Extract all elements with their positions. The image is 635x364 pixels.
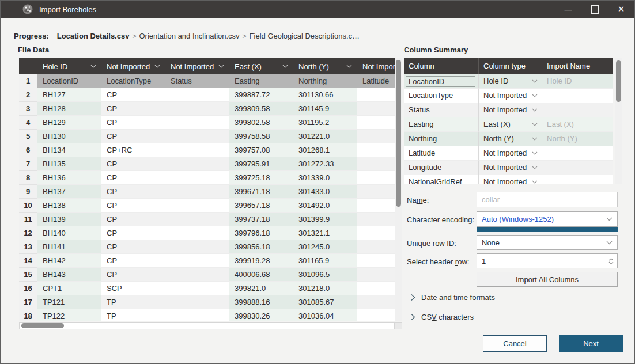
file-data-cell[interactable] bbox=[165, 130, 229, 143]
file-data-cell[interactable]: 399830.26 bbox=[229, 309, 293, 321]
scrollbar-thumb[interactable] bbox=[21, 323, 64, 328]
file-data-cell[interactable] bbox=[357, 226, 395, 240]
file-data-cell[interactable] bbox=[165, 295, 229, 309]
file-data-column-header[interactable]: Not Imported bbox=[165, 58, 229, 74]
file-data-cell[interactable]: BH134 bbox=[37, 143, 101, 157]
file-data-cell[interactable]: CP bbox=[101, 157, 165, 171]
file-data-cell[interactable]: BH136 bbox=[37, 171, 101, 185]
file-data-cell[interactable]: 301433.0 bbox=[293, 185, 357, 199]
file-data-column-header[interactable]: East (X) bbox=[229, 58, 293, 74]
file-data-cell[interactable]: 301165.9 bbox=[293, 254, 357, 268]
file-data-cell[interactable]: 399758.58 bbox=[229, 130, 293, 143]
row-number-cell[interactable]: 18 bbox=[19, 309, 37, 321]
row-number-cell[interactable]: 2 bbox=[19, 88, 37, 102]
file-data-cell[interactable]: TP122 bbox=[37, 309, 101, 321]
file-data-cell[interactable]: Status bbox=[165, 74, 229, 88]
file-data-column-header[interactable]: Hole ID bbox=[37, 58, 101, 74]
file-data-cell[interactable]: BH142 bbox=[37, 254, 101, 268]
file-data-cell[interactable] bbox=[357, 254, 395, 268]
summary-column-name-cell[interactable]: Northing bbox=[404, 132, 479, 146]
file-data-cell[interactable]: BH143 bbox=[37, 268, 101, 282]
file-data-cell[interactable]: CP bbox=[101, 268, 165, 282]
file-data-cell[interactable]: CP bbox=[101, 254, 165, 268]
row-number-cell[interactable]: 13 bbox=[19, 240, 37, 254]
file-data-cell[interactable] bbox=[357, 130, 395, 143]
minimize-button[interactable]: — bbox=[555, 1, 581, 18]
file-data-column-header[interactable]: Not Imported bbox=[357, 58, 395, 74]
file-data-cell[interactable]: 399757.08 bbox=[229, 143, 293, 157]
row-number-cell[interactable]: 1 bbox=[19, 74, 37, 88]
file-data-cell[interactable]: 399919.28 bbox=[229, 254, 293, 268]
file-data-cell[interactable] bbox=[357, 185, 395, 199]
file-data-cell[interactable]: 399671.18 bbox=[229, 185, 293, 199]
import-name-cell[interactable] bbox=[542, 146, 613, 161]
file-data-cell[interactable]: 301221.0 bbox=[293, 130, 357, 143]
column-type-dropdown[interactable]: Not Imported bbox=[479, 89, 542, 103]
file-data-cell[interactable]: Easting bbox=[229, 74, 293, 88]
file-data-cell[interactable]: BH128 bbox=[37, 102, 101, 116]
row-number-cell[interactable]: 11 bbox=[19, 213, 37, 226]
file-data-cell[interactable]: BH140 bbox=[37, 226, 101, 240]
file-data-cell[interactable] bbox=[165, 171, 229, 185]
file-data-cell[interactable] bbox=[357, 143, 395, 157]
file-data-column-header[interactable]: North (Y) bbox=[293, 58, 357, 74]
file-data-cell[interactable] bbox=[357, 157, 395, 171]
cancel-button[interactable]: Cancel bbox=[483, 335, 547, 352]
file-data-cell[interactable]: 399657.18 bbox=[229, 199, 293, 213]
maximize-button[interactable] bbox=[581, 1, 608, 18]
file-data-horizontal-scrollbar[interactable] bbox=[19, 322, 395, 329]
scrollbar-thumb[interactable] bbox=[396, 60, 401, 207]
row-number-cell[interactable]: 17 bbox=[19, 295, 37, 309]
file-data-cell[interactable]: SCP bbox=[101, 282, 165, 295]
file-data-cell[interactable]: 301218.0 bbox=[293, 282, 357, 295]
character-encoding-select[interactable]: Auto (Windows-1252) bbox=[477, 211, 618, 227]
file-data-cell[interactable]: 399856.18 bbox=[229, 240, 293, 254]
file-data-cell[interactable]: CP bbox=[101, 185, 165, 199]
file-data-cell[interactable] bbox=[165, 282, 229, 295]
file-data-cell[interactable]: 400006.68 bbox=[229, 268, 293, 282]
import-name-cell[interactable] bbox=[542, 175, 613, 184]
row-number-cell[interactable]: 3 bbox=[19, 102, 37, 116]
file-data-cell[interactable]: 301085.67 bbox=[293, 295, 357, 309]
import-name-cell[interactable]: North (Y) bbox=[542, 132, 613, 146]
file-data-cell[interactable]: Northing bbox=[293, 74, 357, 88]
file-data-cell[interactable]: CP bbox=[101, 199, 165, 213]
file-data-cell[interactable]: LocationID bbox=[37, 74, 101, 88]
file-data-cell[interactable]: BH138 bbox=[37, 199, 101, 213]
file-data-cell[interactable]: 301339.0 bbox=[293, 171, 357, 185]
file-data-cell[interactable] bbox=[165, 88, 229, 102]
import-name-cell[interactable]: Hole ID bbox=[542, 74, 613, 89]
summary-column-name-cell[interactable]: Longitude bbox=[404, 161, 479, 175]
row-number-cell[interactable]: 6 bbox=[19, 143, 37, 157]
file-data-cell[interactable] bbox=[357, 116, 395, 130]
column-type-dropdown[interactable]: Not Imported bbox=[479, 146, 542, 161]
file-data-cell[interactable]: LocationType bbox=[101, 74, 165, 88]
column-type-dropdown[interactable]: Not Imported bbox=[479, 175, 542, 184]
name-input[interactable] bbox=[477, 192, 618, 207]
file-data-cell[interactable] bbox=[357, 282, 395, 295]
file-data-cell[interactable]: TP121 bbox=[37, 295, 101, 309]
file-data-cell[interactable]: BH127 bbox=[37, 88, 101, 102]
file-data-cell[interactable]: 399809.58 bbox=[229, 102, 293, 116]
file-data-cell[interactable]: BH129 bbox=[37, 116, 101, 130]
file-data-cell[interactable] bbox=[357, 295, 395, 309]
summary-column-name-cell[interactable]: Status bbox=[404, 103, 479, 117]
file-data-cell[interactable]: 301145.9 bbox=[293, 102, 357, 116]
file-data-cell[interactable] bbox=[165, 268, 229, 282]
file-data-cell[interactable] bbox=[165, 116, 229, 130]
file-data-cell[interactable]: 301492.0 bbox=[293, 199, 357, 213]
file-data-cell[interactable]: CP bbox=[101, 116, 165, 130]
file-data-cell[interactable] bbox=[165, 213, 229, 226]
file-data-cell[interactable]: 399795.91 bbox=[229, 157, 293, 171]
import-name-cell[interactable] bbox=[542, 89, 613, 103]
column-type-dropdown[interactable]: East (X) bbox=[479, 117, 542, 132]
file-data-cell[interactable] bbox=[357, 199, 395, 213]
file-data-cell[interactable]: BH137 bbox=[37, 185, 101, 199]
close-button[interactable]: ✕ bbox=[608, 1, 634, 18]
row-number-cell[interactable]: 16 bbox=[19, 282, 37, 295]
summary-column-name-cell[interactable]: LocationID bbox=[404, 74, 479, 89]
file-data-cell[interactable]: 301096.5 bbox=[293, 268, 357, 282]
file-data-cell[interactable]: 399802.58 bbox=[229, 116, 293, 130]
spinner-arrows[interactable] bbox=[608, 258, 614, 264]
row-number-cell[interactable]: 5 bbox=[19, 130, 37, 143]
